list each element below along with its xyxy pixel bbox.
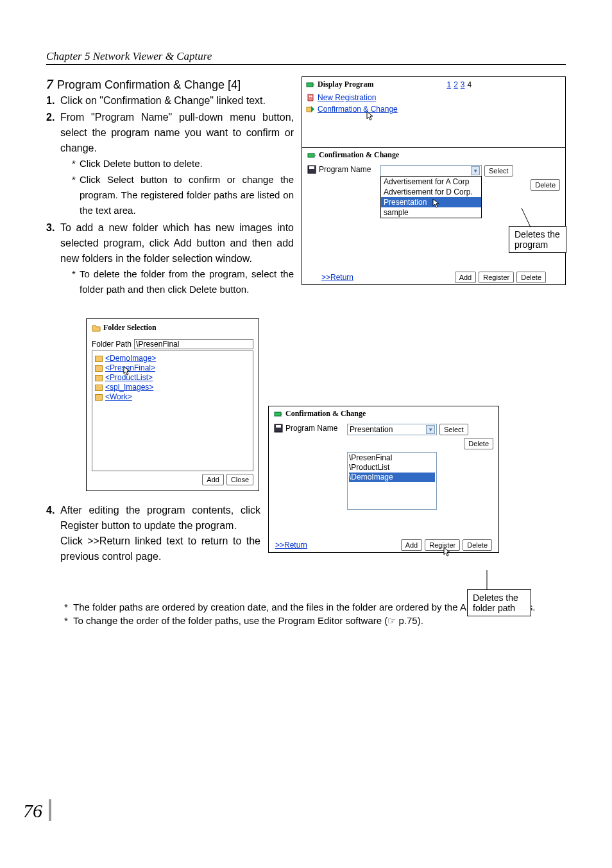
projector-icon: [274, 410, 283, 419]
step2-note1: Click Delete button to delete.: [80, 156, 294, 171]
list-item[interactable]: \ProductList: [349, 463, 435, 473]
register-button[interactable]: Register: [479, 272, 514, 283]
confirmation-change-title: Confirmation & Change: [319, 150, 399, 160]
list-item-selected[interactable]: \DemoImage: [349, 473, 435, 482]
step1-num: 1.: [46, 93, 60, 108]
cursor-icon: [366, 111, 377, 121]
step3-num: 3.: [46, 220, 60, 298]
folder-icon: [95, 394, 103, 401]
delete-button[interactable]: Delete: [464, 438, 493, 449]
folder-icon: [95, 356, 103, 362]
chapter-header: Chapter 5 Network Viewer & Capture: [46, 50, 566, 65]
delete-button[interactable]: Delete: [531, 179, 560, 191]
section-number: 7: [46, 76, 53, 92]
floppy-icon: [274, 424, 283, 433]
display-program-panel: Display Program 1 2 3 4 New Registration…: [302, 76, 566, 285]
program-name-select-2[interactable]: Presentation ▾: [347, 424, 437, 435]
add-button[interactable]: Add: [401, 539, 423, 551]
select-button[interactable]: Select: [439, 424, 468, 435]
folder-selection-title: Folder Selection: [103, 323, 157, 333]
svg-rect-4: [311, 96, 312, 97]
program-name-select[interactable]: ▾: [380, 165, 482, 177]
folder-icon: [95, 365, 103, 372]
building-icon: [306, 93, 315, 102]
callout-deletes-folder: Deletes the folder path: [467, 589, 531, 616]
folder-list[interactable]: <DemoImage> <PresenFinal> <ProductList> …: [92, 351, 253, 471]
callout-line: [484, 570, 490, 589]
folder-path-input[interactable]: [134, 339, 253, 349]
svg-rect-14: [276, 425, 281, 428]
svg-rect-9: [309, 166, 314, 169]
svg-rect-6: [308, 153, 314, 157]
folder-path-label: Folder Path: [92, 340, 132, 349]
folder-item[interactable]: <ProductList>: [95, 373, 250, 383]
program-num-3[interactable]: 3: [461, 80, 465, 89]
svg-rect-3: [309, 96, 310, 97]
register-button[interactable]: Register: [425, 539, 460, 551]
svg-rect-11: [275, 412, 281, 416]
step4-num: 4.: [46, 503, 60, 564]
confirmation-change-panel-2: Confirmation & Change Program Name Prese…: [268, 406, 499, 553]
folder-selection-panel: Folder Selection Folder Path <DemoImage>…: [86, 318, 259, 491]
folder-open-icon: [92, 324, 101, 333]
svg-rect-2: [308, 94, 313, 101]
callout-deletes-program: Deletes the program: [509, 226, 566, 253]
select-button[interactable]: Select: [484, 165, 513, 177]
step3-note1: To delete the folder from the program, s…: [80, 266, 294, 297]
section-title: Program Confirmation & Change [4]: [57, 76, 241, 93]
svg-line-10: [522, 208, 531, 227]
step4-text-b: Click >>Return linked text to return to …: [60, 535, 260, 562]
cursor-icon: [123, 366, 133, 376]
folder-icon: [95, 375, 103, 381]
dropdown-option[interactable]: Advertisement for A Corp: [381, 177, 481, 187]
svg-rect-7: [314, 155, 316, 156]
program-name-dropdown-list[interactable]: Advertisement for A Corp Advertisement f…: [380, 176, 482, 218]
svg-rect-0: [307, 83, 313, 87]
chevron-down-icon: ▾: [471, 166, 480, 175]
delete-button[interactable]: Delete: [516, 272, 546, 283]
page-number: 76: [23, 799, 51, 822]
program-num-2[interactable]: 2: [454, 80, 458, 89]
folder-path-listbox[interactable]: \PresenFinal \ProductList \DemoImage: [347, 452, 437, 510]
folder-icon: [95, 385, 103, 391]
delete-button[interactable]: Delete: [463, 539, 492, 551]
dropdown-option[interactable]: Advertisement for D Corp.: [381, 187, 481, 197]
confirmation-change-link[interactable]: Confirmation & Change: [318, 105, 398, 114]
step3-text: To add a new folder which has new images…: [60, 222, 294, 264]
svg-rect-5: [307, 107, 312, 112]
cursor-icon: [432, 198, 443, 209]
return-link[interactable]: >>Return: [275, 541, 307, 550]
list-item[interactable]: \PresenFinal: [349, 453, 435, 463]
step2-text: From "Program Name" pull-down menu butto…: [60, 112, 294, 153]
add-button[interactable]: Add: [455, 272, 477, 283]
program-name-label-2: Program Name: [285, 424, 337, 433]
arrow-folder-icon: [306, 105, 315, 114]
step2-num: 2.: [46, 110, 60, 219]
svg-rect-12: [281, 413, 282, 415]
footnote-2: To change the order of the folder paths,…: [73, 615, 566, 627]
folder-item[interactable]: <Work>: [95, 392, 250, 402]
projector-icon: [307, 151, 316, 160]
program-num-1[interactable]: 1: [446, 80, 451, 89]
close-button[interactable]: Close: [226, 474, 253, 485]
confirmation-change-title-2: Confirmation & Change: [285, 409, 366, 419]
floppy-icon: [307, 165, 316, 174]
program-num-4: 4: [468, 80, 472, 89]
step1-text: Click on "Confirmation & Change" linked …: [60, 93, 294, 108]
program-name-label: Program Name: [319, 165, 371, 174]
callout-line: [519, 208, 532, 227]
step4-text-a: After editing the program contents, clic…: [60, 505, 260, 531]
return-link[interactable]: >>Return: [321, 273, 353, 282]
projector-icon: [306, 80, 315, 89]
add-button[interactable]: Add: [202, 474, 224, 485]
new-registration-link[interactable]: New Registration: [318, 93, 376, 102]
cursor-icon: [443, 547, 454, 557]
display-program-title: Display Program: [318, 80, 373, 89]
folder-item[interactable]: <DemoImage>: [95, 354, 250, 363]
dropdown-option[interactable]: sample: [381, 207, 481, 218]
chevron-down-icon: ▾: [426, 425, 435, 434]
folder-item[interactable]: <PresenFinal>: [95, 363, 250, 373]
step2-note2: Click Select button to confirm or change…: [80, 172, 294, 218]
folder-item[interactable]: <spl_Images>: [95, 383, 250, 392]
dropdown-option-selected[interactable]: Presentation: [381, 197, 481, 207]
